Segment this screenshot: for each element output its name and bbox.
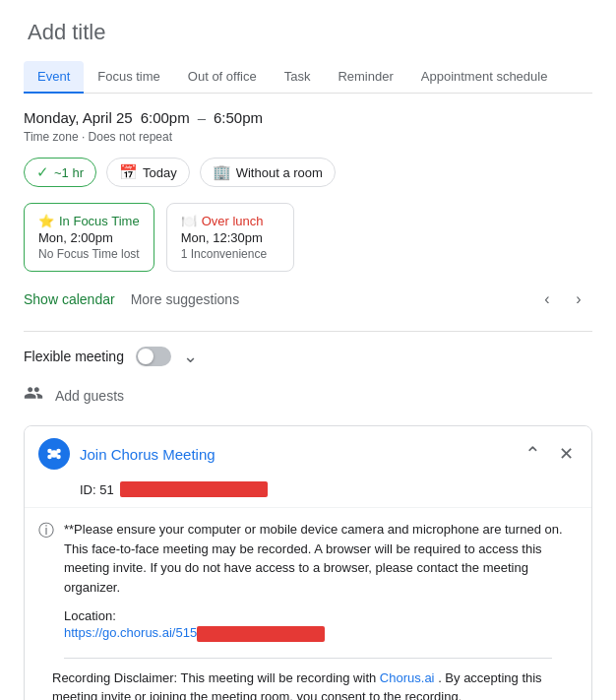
lunch-card-time: Mon, 12:30pm xyxy=(181,230,279,245)
guests-icon xyxy=(24,383,43,408)
event-date[interactable]: Monday, April 25 xyxy=(24,109,133,126)
event-end-time[interactable]: 6:50pm xyxy=(214,109,263,126)
timezone-label[interactable]: Time zone xyxy=(24,130,79,144)
event-start-time[interactable]: 6:00pm xyxy=(141,109,190,126)
focus-card-time: Mon, 2:00pm xyxy=(38,230,140,245)
recording-disclaimer: Recording Disclaimer: This meeting will … xyxy=(38,668,578,700)
flexible-chevron-icon[interactable]: ⌄ xyxy=(183,346,198,367)
calendar-icon: 📅 xyxy=(119,163,138,181)
timezone-row: Time zone · Does not repeat xyxy=(24,130,592,144)
chorus-id-row: ID: 51 xyxy=(25,481,591,507)
today-label: Today xyxy=(143,165,177,180)
suggestion-focus-time[interactable]: ⭐ In Focus Time Mon, 2:00pm No Focus Tim… xyxy=(24,203,154,272)
chorus-separator xyxy=(64,658,552,659)
nav-arrows: ‹ › xyxy=(533,286,592,313)
tab-out-of-office[interactable]: Out of office xyxy=(174,61,271,94)
focus-card-title: ⭐ In Focus Time xyxy=(38,214,140,228)
lunch-icon: 🍽️ xyxy=(181,214,197,228)
suggestions-row: ⭐ In Focus Time Mon, 2:00pm No Focus Tim… xyxy=(24,203,592,272)
duration-label: ~1 hr xyxy=(54,165,84,180)
location-link-row: https://go.chorus.ai/515 xyxy=(64,625,578,642)
svg-point-2 xyxy=(56,449,61,454)
chorus-id-redacted xyxy=(120,481,268,497)
room-icon: 🏢 xyxy=(213,163,231,181)
add-guests-row[interactable]: Add guests xyxy=(24,383,592,408)
tab-appointment-schedule[interactable]: Appointment schedule xyxy=(407,61,562,94)
location-redacted xyxy=(197,626,325,642)
divider-1 xyxy=(24,331,592,332)
chorus-info-row: ⓘ **Please ensure your computer or mobil… xyxy=(38,508,578,605)
flexible-toggle[interactable] xyxy=(136,347,171,366)
chorus-id-label: ID: 51 xyxy=(80,482,114,497)
check-icon: ✓ xyxy=(36,163,49,181)
tab-focus-time[interactable]: Focus time xyxy=(84,61,174,94)
time-dash: – xyxy=(198,109,206,126)
chorus-info-text: **Please ensure your computer or mobile … xyxy=(64,520,578,597)
flexible-meeting-row: Flexible meeting ⌄ xyxy=(24,346,592,367)
svg-point-1 xyxy=(47,449,52,454)
toggle-thumb xyxy=(138,349,154,364)
prev-arrow[interactable]: ‹ xyxy=(533,286,561,313)
info-icon: ⓘ xyxy=(38,521,54,541)
today-chip[interactable]: 📅 Today xyxy=(106,158,190,187)
add-title[interactable]: Add title xyxy=(24,20,592,45)
location-label: Location: xyxy=(64,608,578,623)
svg-point-4 xyxy=(56,455,61,460)
chorus-close-button[interactable]: ✕ xyxy=(555,443,578,465)
lunch-card-title: 🍽️ Over lunch xyxy=(181,214,279,228)
chorus-section: Join Chorus Meeting ⌃ ✕ ID: 51 ⓘ **Pleas… xyxy=(24,425,592,700)
star-icon: ⭐ xyxy=(38,214,54,228)
tabs-bar: Event Focus time Out of office Task Remi… xyxy=(24,61,592,94)
tab-task[interactable]: Task xyxy=(271,61,325,94)
chorus-collapse-button[interactable]: ⌃ xyxy=(521,442,545,466)
focus-card-sub: No Focus Time lost xyxy=(38,247,140,261)
add-guests-label[interactable]: Add guests xyxy=(55,388,124,404)
next-arrow[interactable]: › xyxy=(565,286,592,313)
chorus-header: Join Chorus Meeting ⌃ ✕ xyxy=(25,426,591,481)
date-time-row: Monday, April 25 6:00pm – 6:50pm xyxy=(24,109,592,126)
show-calendar-button[interactable]: Show calendar xyxy=(24,291,115,307)
more-suggestions-button[interactable]: More suggestions xyxy=(131,291,240,307)
disclaimer-text: Recording Disclaimer: This meeting will … xyxy=(52,670,376,685)
chorus-title: Join Chorus Meeting xyxy=(80,446,511,463)
tab-reminder[interactable]: Reminder xyxy=(324,61,406,94)
svg-point-3 xyxy=(47,455,52,460)
chorus-logo-icon xyxy=(38,438,70,470)
room-chip[interactable]: 🏢 Without a room xyxy=(200,158,336,187)
calendar-row: Show calendar More suggestions ‹ › xyxy=(24,286,592,313)
repeat-label[interactable]: Does not repeat xyxy=(89,130,172,144)
tab-event[interactable]: Event xyxy=(24,61,84,94)
chorus-ai-link[interactable]: Chorus.ai xyxy=(380,670,435,685)
chorus-location-link[interactable]: https://go.chorus.ai/515 xyxy=(64,625,325,640)
suggestion-over-lunch[interactable]: 🍽️ Over lunch Mon, 12:30pm 1 Inconvenien… xyxy=(166,203,294,272)
chorus-location-row: Location: https://go.chorus.ai/515 xyxy=(38,605,578,650)
chips-row: ✓ ~1 hr 📅 Today 🏢 Without a room xyxy=(24,158,592,187)
flexible-label: Flexible meeting xyxy=(24,349,124,364)
chorus-body: ⓘ **Please ensure your computer or mobil… xyxy=(25,507,591,700)
room-label: Without a room xyxy=(236,165,323,180)
lunch-card-sub: 1 Inconvenience xyxy=(181,247,279,261)
duration-chip[interactable]: ✓ ~1 hr xyxy=(24,158,96,187)
dot-separator: · xyxy=(82,130,89,144)
